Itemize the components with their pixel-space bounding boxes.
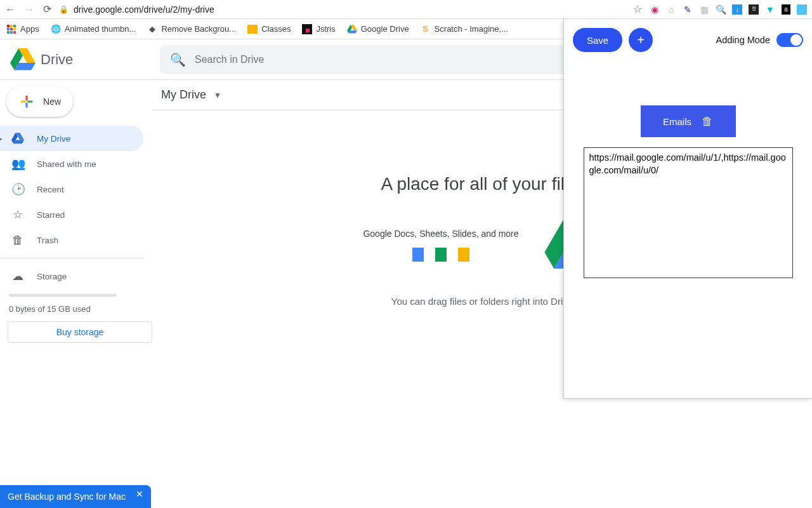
ext-icon-7[interactable]: ⠿ (749, 4, 759, 15)
ext-icon-2[interactable]: ⌂ (666, 4, 676, 15)
search-input[interactable] (195, 54, 606, 65)
empty-heading: A place for all of your files (381, 174, 583, 194)
snackbar-close-icon[interactable]: ✕ (136, 489, 143, 499)
star-icon: ☆ (11, 208, 24, 222)
shared-icon: 👥 (11, 157, 24, 171)
add-button[interactable]: + (629, 28, 653, 52)
apps-caption: Google Docs, Sheets, Slides, and more (363, 229, 518, 239)
breadcrumb-dropdown-icon[interactable]: ▼ (211, 88, 224, 102)
reload-button[interactable]: ⟳ (43, 3, 51, 15)
sidebar-item-trash[interactable]: 🗑 Trash (0, 227, 143, 253)
sidebar-item-mydrive[interactable]: ▸ My Drive (0, 126, 143, 151)
delete-icon[interactable]: 🗑 (702, 115, 713, 128)
lock-icon: 🔒 (59, 5, 69, 14)
group-button[interactable]: Emails 🗑 (641, 105, 736, 137)
trash-icon: 🗑 (11, 234, 24, 247)
ext-icon-3[interactable]: ✎ (683, 4, 693, 15)
cloud-icon: ☁ (11, 269, 24, 283)
expand-icon[interactable]: ▸ (0, 135, 3, 143)
jstris-icon (302, 24, 312, 34)
docs-icon (412, 248, 424, 262)
sidebar-item-storage[interactable]: ☁ Storage (0, 264, 143, 289)
sidebar-item-recent[interactable]: 🕑 Recent (0, 177, 143, 202)
ext-icon-6[interactable]: ↓ (732, 4, 742, 15)
drive-logo[interactable]: Drive (10, 48, 150, 71)
snackbar[interactable]: Get Backup and Sync for Mac ✕ (0, 485, 151, 508)
bookmark-apps[interactable]: Apps (6, 24, 39, 34)
url-text: drive.google.com/drive/u/2/my-drive (74, 4, 214, 15)
apps-icon (6, 24, 16, 34)
sidebar: New ▸ My Drive 👥 Shared with me 🕑 Recent… (0, 80, 152, 508)
drive-logo-icon (10, 48, 36, 71)
buy-storage-button[interactable]: Buy storage (8, 321, 152, 343)
drive-icon (347, 24, 357, 34)
globe-icon: 🌐 (51, 24, 61, 34)
bookmark-jstris[interactable]: Jstris (302, 24, 335, 34)
ext-icon-10[interactable] (797, 4, 807, 15)
scratch-icon: S (421, 24, 431, 34)
recent-icon: 🕑 (11, 182, 24, 196)
storage-meter (9, 294, 117, 297)
ext-icon-1[interactable]: ◉ (650, 4, 660, 15)
plus-icon (18, 93, 36, 110)
mode-label: Adding Mode (716, 35, 770, 45)
bookmark-classes[interactable]: Classes (247, 24, 291, 34)
storage-text: 0 bytes of 15 GB used (0, 302, 152, 321)
address-bar[interactable]: 🔒 drive.google.com/drive/u/2/my-drive (59, 4, 625, 15)
mode-toggle[interactable] (776, 33, 803, 47)
extension-icons: ◉ ⌂ ✎ ▦ 🔍 ↓ ⠿ ▼ a (650, 4, 807, 15)
snackbar-text: Get Backup and Sync for Mac (8, 491, 126, 502)
bookmark-removebg[interactable]: ◆ Remove Backgrou... (147, 24, 236, 34)
url-text-content: https://mail.google.com/mail/u/1/,https:… (589, 152, 786, 175)
save-button[interactable]: Save (573, 28, 622, 52)
new-button[interactable]: New (6, 86, 73, 117)
bookmark-drive[interactable]: Google Drive (347, 24, 409, 34)
bookmark-animated[interactable]: 🌐 Animated thumbn... (51, 24, 136, 34)
sidebar-item-starred[interactable]: ☆ Starred (0, 202, 143, 227)
slides-icon (458, 248, 469, 262)
bookmark-star-icon[interactable]: ☆ (633, 3, 642, 15)
bookmark-scratch[interactable]: S Scratch - Imagine,... (421, 24, 508, 34)
forward-button[interactable]: → (24, 4, 34, 15)
back-button[interactable]: ← (5, 4, 15, 15)
search-bar[interactable]: 🔍 (160, 45, 617, 74)
browser-toolbar: ← → ⟳ 🔒 drive.google.com/drive/u/2/my-dr… (0, 0, 812, 19)
extension-popup: Save + Adding Mode Emails 🗑 https://mail… (563, 19, 812, 399)
drive-logo-text: Drive (41, 51, 73, 68)
search-icon: 🔍 (170, 52, 186, 67)
mydrive-icon (11, 133, 24, 144)
sidebar-item-shared[interactable]: 👥 Shared with me (0, 151, 143, 177)
ext-icon-5[interactable]: 🔍 (716, 4, 726, 15)
sheets-icon (435, 248, 447, 262)
diamond-icon: ◆ (147, 24, 157, 34)
ext-icon-9[interactable]: a (782, 4, 790, 15)
ext-icon-4[interactable]: ▦ (699, 4, 709, 15)
url-textarea[interactable]: https://mail.google.com/mail/u/1/,https:… (584, 147, 793, 278)
breadcrumb-title[interactable]: My Drive (161, 88, 206, 102)
ext-icon-8[interactable]: ▼ (765, 4, 775, 15)
classroom-icon (247, 25, 258, 34)
drag-hint: You can drag files or folders right into… (391, 296, 573, 307)
group-label: Emails (663, 116, 691, 127)
